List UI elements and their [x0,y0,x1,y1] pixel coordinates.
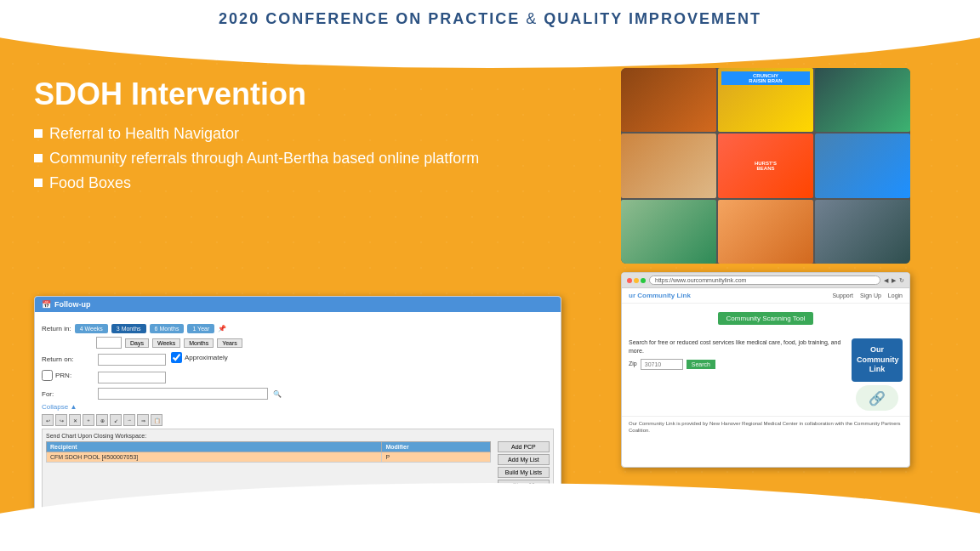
approximately-checkbox[interactable] [171,352,182,363]
unit-row: Days Weeks Months Years [42,337,554,349]
period-1year[interactable]: 1 Year [187,324,214,333]
community-text-col: Search for free or reduced cost services… [629,338,845,370]
bullet-item-3: Food Boxes [34,174,587,192]
col-modifier: Modifier [382,442,490,452]
zip-input[interactable] [641,359,683,370]
prn-checkbox-label: PRN: [42,370,93,381]
bullet-text-1: Referral to Health Navigator [49,125,239,143]
prn-input[interactable] [98,372,166,383]
recipients-table: Recipient Modifier CFM SDOH POOL [450000… [46,441,491,463]
community-icon: 🔗 [856,385,898,411]
toolbar-icon-2[interactable]: ↪ [55,414,67,426]
bullet-square-1 [34,129,43,138]
section-title: SDOH Intervention [34,77,587,112]
browser-nav: ◀ ▶ ↻ [884,277,904,284]
our-community-link-badge: Our Community Link [852,338,903,382]
community-scan-banner: Community Scanning Tool [622,304,909,333]
prn-label: PRN: [55,372,71,379]
search-icon: 🔍 [273,390,282,398]
bullet-text-2: Community referrals through Aunt-Bertha … [49,150,479,168]
toolbar-icons: ↩ ↪ ✕ + ⊕ ↙ → ⇒ 📋 [42,414,554,426]
badge-line3: Link [869,365,886,373]
prn-row: PRN: [42,370,554,384]
toolbar-icon-6[interactable]: ↙ [110,414,122,426]
title-ampersand: & [526,10,538,27]
community-nav-bar: ur Community Link Support Sign Up Login [622,288,909,304]
unit-months[interactable]: Months [184,338,214,348]
community-screenshot: https://www.ourcommunitylink.com ◀ ▶ ↻ u… [621,272,910,468]
minimize-dot [634,278,639,283]
add-my-list-button[interactable]: Add My List [498,454,550,465]
close-dot [627,278,632,283]
for-row: For: 🔍 [42,388,554,400]
slide: 2020 CONFERENCE ON PRACTICE & QUALITY IM… [0,0,980,551]
browser-dots [627,278,646,283]
followup-header-bar: 📅 Follow-up [35,297,561,312]
toolbar-icon-5[interactable]: ⊕ [96,414,108,426]
search-button[interactable]: Search [687,360,715,369]
toolbar-icon-7[interactable]: → [123,414,135,426]
community-footer-text: Our Community Link is provided by New Ha… [622,416,909,438]
return-value-input[interactable] [96,337,122,349]
signup-link[interactable]: Sign Up [860,293,881,298]
collapse-link[interactable]: Collapse ▲ [42,403,554,411]
toolbar-icon-4[interactable]: + [83,414,94,426]
community-logo-col: Our Community Link 🔗 [852,338,903,411]
food-cell-2: CRUNCHYRAISIN BRAN [718,68,813,132]
toolbar-icon-1[interactable]: ↩ [42,414,54,426]
food-cell-5: HURST'SBEANS [718,133,813,197]
scan-tool-button[interactable]: Community Scanning Tool [718,312,814,325]
for-input[interactable] [98,388,268,400]
return-in-label: Return in: [42,325,71,332]
food-image-grid: CRUNCHYRAISIN BRAN HURST'SBEANS [621,68,910,264]
community-main-area: Search for free or reduced cost services… [622,333,909,416]
title-part1: 2020 CONFERENCE ON PRACTICE [219,10,520,27]
prn-checkbox[interactable] [42,370,53,381]
approximately-checkbox-label: Approximately [171,352,228,363]
bullet-item-1: Referral to Health Navigator [34,125,587,143]
toolbar-icon-3[interactable]: ✕ [69,414,81,426]
col-recipient: Recipient [47,442,382,452]
table-row[interactable]: CFM SDOH POOL [4500007053] P [47,452,491,463]
food-cell-6 [815,133,910,197]
bullet-square-3 [34,179,43,187]
browser-bar: https://www.ourcommunitylink.com ◀ ▶ ↻ [622,273,909,288]
collapse-label: Collapse [42,403,68,411]
community-search-text: Search for free or reduced cost services… [629,338,845,355]
food-cell-8 [718,200,813,264]
period-3months[interactable]: 3 Months [111,324,146,333]
add-pcp-button[interactable]: Add PCP [498,441,550,452]
modifier-cell: P [382,452,490,463]
food-cell-9 [815,200,910,264]
zip-label: Zip [629,360,637,368]
login-link[interactable]: Login [888,293,903,298]
food-image-panel: CRUNCHYRAISIN BRAN HURST'SBEANS [621,68,910,264]
bullet-item-2: Community referrals through Aunt-Bertha … [34,150,587,168]
period-6months[interactable]: 6 Months [150,324,185,333]
badge-line1: Our [870,345,884,354]
recipient-cell: CFM SDOH POOL [4500007053] [47,452,382,463]
slide-header: 2020 CONFERENCE ON PRACTICE & QUALITY IM… [0,10,980,28]
return-on-label: Return on: [42,355,93,363]
for-label: For: [42,390,93,398]
conference-title: 2020 CONFERENCE ON PRACTICE & QUALITY IM… [219,10,761,27]
bullet-square-2 [34,154,43,162]
title-part2: QUALITY IMPROVEMENT [544,10,761,27]
community-nav-links: Support Sign Up Login [832,293,903,298]
followup-title: Follow-up [54,300,91,309]
build-my-lists-button[interactable]: Build My Lists [498,467,550,478]
return-on-row: Return on: Approximately [42,352,554,366]
unit-weeks[interactable]: Weeks [152,338,180,348]
food-cell-3 [815,68,910,132]
unit-days[interactable]: Days [125,338,149,348]
toolbar-icon-8[interactable]: ⇒ [137,414,149,426]
toolbar-icon-9[interactable]: 📋 [151,414,162,426]
community-nav-logo: ur Community Link [629,292,691,299]
unit-years[interactable]: Years [217,338,242,348]
period-4weeks[interactable]: 4 Weeks [75,324,108,333]
return-on-input[interactable] [98,354,166,366]
support-link[interactable]: Support [832,293,853,298]
pin-icon: 📌 [218,325,226,332]
food-cell-1 [621,68,716,132]
maximize-dot [641,278,646,283]
